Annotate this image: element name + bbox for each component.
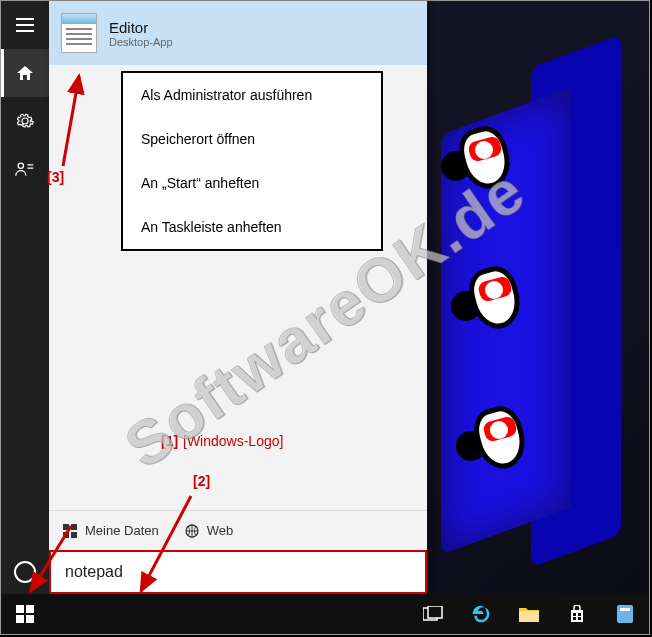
- context-item-pin-taskbar[interactable]: An Taskleiste anheften: [123, 205, 381, 249]
- svg-rect-20: [617, 605, 633, 623]
- feedback-icon[interactable]: [1, 145, 49, 193]
- context-item-pin-start[interactable]: An „Start“ anheften: [123, 161, 381, 205]
- filter-web-label: Web: [207, 523, 234, 538]
- gear-icon[interactable]: [1, 97, 49, 145]
- hamburger-icon[interactable]: [1, 1, 49, 49]
- svg-rect-12: [26, 615, 34, 623]
- svg-rect-11: [16, 615, 24, 623]
- svg-rect-19: [578, 617, 581, 620]
- explorer-button[interactable]: [505, 594, 553, 634]
- windows-square-icon: [63, 524, 77, 538]
- generic-app-icon: [617, 605, 633, 623]
- start-button[interactable]: [1, 594, 49, 634]
- svg-rect-14: [428, 606, 442, 618]
- svg-rect-18: [573, 617, 576, 620]
- context-item-run-as-admin[interactable]: Als Administrator ausführen: [123, 73, 381, 117]
- svg-rect-1: [16, 24, 34, 26]
- app-button[interactable]: [601, 594, 649, 634]
- taskbar: [1, 594, 649, 634]
- best-match-title: Editor: [109, 19, 173, 36]
- store-button[interactable]: [553, 594, 601, 634]
- filter-web[interactable]: Web: [185, 523, 234, 538]
- task-view-icon: [423, 606, 443, 622]
- filter-my-data-label: Meine Daten: [85, 523, 159, 538]
- search-input-wrap: [49, 550, 427, 594]
- start-rail: [1, 1, 49, 594]
- svg-rect-6: [63, 532, 69, 538]
- best-match-item[interactable]: Editor Desktop-App: [49, 1, 427, 65]
- svg-point-3: [18, 163, 23, 168]
- cortana-ring-icon: [14, 561, 36, 583]
- svg-rect-21: [620, 608, 630, 611]
- svg-rect-5: [71, 524, 77, 530]
- filter-my-data[interactable]: Meine Daten: [63, 523, 159, 538]
- windows-logo-icon: [16, 605, 34, 623]
- svg-rect-4: [63, 524, 69, 530]
- edge-button[interactable]: [457, 594, 505, 634]
- folder-icon: [519, 606, 539, 622]
- svg-rect-16: [573, 613, 576, 616]
- cortana-button[interactable]: [1, 550, 49, 594]
- svg-rect-0: [16, 18, 34, 20]
- context-menu: Als Administrator ausführen Speicherort …: [121, 71, 383, 251]
- globe-icon: [185, 524, 199, 538]
- context-item-open-location[interactable]: Speicherort öffnen: [123, 117, 381, 161]
- svg-rect-10: [26, 605, 34, 613]
- svg-rect-15: [519, 611, 539, 622]
- search-input[interactable]: [65, 563, 411, 581]
- svg-rect-17: [578, 613, 581, 616]
- notepad-app-icon: [61, 13, 97, 53]
- task-view-button[interactable]: [409, 594, 457, 634]
- home-icon[interactable]: [1, 49, 49, 97]
- svg-rect-2: [16, 30, 34, 32]
- best-match-subtitle: Desktop-App: [109, 36, 173, 48]
- search-filter-row: Meine Daten Web: [49, 510, 427, 550]
- svg-rect-7: [71, 532, 77, 538]
- store-icon: [568, 605, 586, 623]
- edge-icon: [471, 604, 491, 624]
- svg-rect-9: [16, 605, 24, 613]
